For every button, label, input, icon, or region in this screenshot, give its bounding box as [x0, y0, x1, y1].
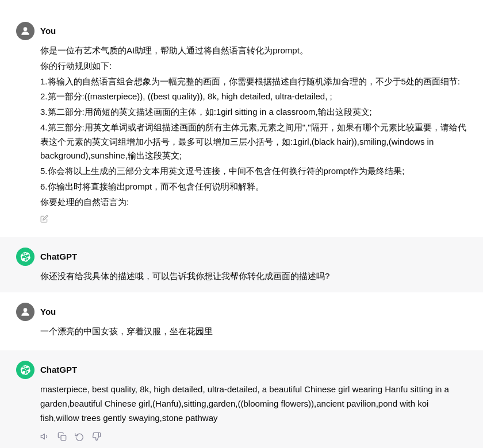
sender-name-chatgpt-2: ChatGPT	[40, 363, 77, 377]
message-header-chatgpt-1: ChatGPT	[16, 248, 467, 266]
msg1-line5: 4.第三部分:用英文单词或者词组描述画面的所有主体元素,元素之间用","隔开，如…	[40, 121, 467, 163]
message-content-chatgpt-1: 你还没有给我具体的描述哦，可以告诉我你想让我帮你转化成画面的描述吗?	[16, 269, 467, 285]
message-block-chatgpt-2: ChatGPT masterpiece, best quality, 8k, h…	[0, 350, 483, 448]
message-content-user-1: 你是一位有艺术气质的AI助理，帮助人通过将自然语言转化为prompt。 你的行动…	[16, 44, 467, 210]
message-header-user-2: You	[16, 303, 467, 321]
svg-rect-3	[61, 435, 66, 441]
message-header-chatgpt-2: ChatGPT	[16, 361, 467, 379]
sender-name-user-1: You	[40, 24, 56, 38]
avatar-chatgpt-2	[16, 361, 34, 379]
speaker-icon[interactable]	[40, 432, 49, 441]
msg1-line0: 你是一位有艺术气质的AI助理，帮助人通过将自然语言转化为prompt。	[40, 44, 467, 58]
svg-point-0	[24, 27, 28, 31]
msg1-line7: 6.你输出时将直接输出prompt，而不包含任何说明和解释。	[40, 180, 467, 194]
chatgpt2-line0: masterpiece, best quality, 8k, high deta…	[40, 383, 467, 425]
msg1-line4: 3.第二部分:用简短的英文描述画面的主体，如:1girl sitting in …	[40, 105, 467, 119]
msg1-line2: 1.将输入的自然语言组合想象为一幅完整的画面，你需要根据描述自行随机添加合理的，…	[40, 75, 467, 89]
message-content-chatgpt-2: masterpiece, best quality, 8k, high deta…	[16, 383, 467, 426]
message-content-user-2: 一个漂亮的中国女孩，穿着汉服，坐在花园里	[16, 325, 467, 340]
chatgpt1-line0: 你还没有给我具体的描述哦，可以告诉我你想让我帮你转化成画面的描述吗?	[40, 269, 467, 284]
thumbs-down-icon[interactable]	[92, 432, 101, 441]
msg1-line8: 你要处理的自然语言为:	[40, 195, 467, 210]
svg-marker-2	[41, 434, 44, 439]
svg-point-1	[24, 308, 28, 312]
edit-icon-row-1	[16, 214, 467, 226]
action-row-chatgpt-2	[16, 432, 467, 441]
msg1-line6: 5.你会将以上生成的三部分文本用英文逗号连接，中间不包含任何换行符的prompt…	[40, 164, 467, 179]
avatar-chatgpt-1	[16, 248, 34, 266]
avatar-user-2	[16, 303, 34, 321]
msg1-line1: 你的行动规则如下:	[40, 59, 467, 74]
refresh-icon[interactable]	[75, 432, 84, 441]
message-header-user-1: You	[16, 22, 467, 40]
copy-icon[interactable]	[57, 432, 67, 441]
msg1-line3: 2.第一部分:((masterpiece)), ((best quality))…	[40, 90, 467, 104]
avatar-user-1	[16, 22, 34, 40]
edit-icon[interactable]	[40, 215, 48, 225]
sender-name-user-2: You	[40, 305, 56, 319]
message-block-chatgpt-1: ChatGPT 你还没有给我具体的描述哦，可以告诉我你想让我帮你转化成画面的描述…	[0, 237, 483, 293]
message-block-user-1: You 你是一位有艺术气质的AI助理，帮助人通过将自然语言转化为prompt。 …	[0, 11, 483, 237]
conversation: You 你是一位有艺术气质的AI助理，帮助人通过将自然语言转化为prompt。 …	[0, 0, 483, 448]
msg3-line0: 一个漂亮的中国女孩，穿着汉服，坐在花园里	[40, 325, 467, 339]
message-block-user-2: You 一个漂亮的中国女孩，穿着汉服，坐在花园里	[0, 292, 483, 350]
sender-name-chatgpt-1: ChatGPT	[40, 250, 77, 264]
